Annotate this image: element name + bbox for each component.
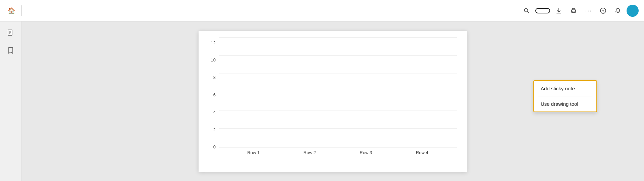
y-tick: 2	[202, 127, 216, 132]
main-layout: 121086420 Row 1Row 2Row 3Row 4 Add stick…	[0, 21, 644, 181]
sidebar	[0, 21, 21, 181]
avatar[interactable]	[627, 5, 639, 17]
help-button[interactable]: ?	[597, 5, 609, 17]
share-button[interactable]	[535, 8, 550, 13]
y-tick: 12	[202, 40, 216, 45]
context-menu: Add sticky noteUse drawing tool	[533, 80, 597, 112]
svg-point-6	[575, 10, 576, 11]
more-button[interactable]: ···	[582, 5, 594, 17]
use-drawing-menu-item[interactable]: Use drawing tool	[534, 96, 596, 111]
header-divider	[21, 5, 22, 16]
x-label: Row 3	[349, 150, 383, 155]
content-area: 121086420 Row 1Row 2Row 3Row 4 Add stick…	[21, 21, 644, 181]
bars-container	[219, 38, 457, 147]
header-actions: ··· ?	[521, 5, 639, 17]
y-tick: 8	[202, 75, 216, 80]
pages-panel-button[interactable]	[5, 27, 17, 39]
x-label: Row 2	[293, 150, 326, 155]
print-button[interactable]	[568, 5, 580, 17]
y-tick: 10	[202, 57, 216, 62]
y-tick: 4	[202, 109, 216, 115]
notifications-button[interactable]	[612, 5, 624, 17]
download-button[interactable]	[553, 5, 565, 17]
chart-area: 121086420	[219, 38, 457, 147]
bookmarks-panel-button[interactable]	[5, 44, 17, 56]
y-tick: 0	[202, 144, 216, 149]
svg-rect-5	[572, 11, 575, 12]
svg-rect-10	[8, 30, 12, 35]
y-tick: 6	[202, 92, 216, 97]
x-axis: Row 1Row 2Row 3Row 4	[219, 150, 457, 155]
header: 🏠 ··· ?	[0, 0, 644, 21]
svg-text:?: ?	[602, 9, 604, 13]
y-axis: 121086420	[202, 38, 216, 147]
x-label: Row 4	[405, 150, 439, 155]
home-button[interactable]: 🏠	[5, 5, 17, 17]
chart-page: 121086420 Row 1Row 2Row 3Row 4	[199, 31, 467, 172]
search-button[interactable]	[521, 5, 533, 17]
x-label: Row 1	[237, 150, 270, 155]
svg-line-1	[528, 11, 529, 13]
add-sticky-menu-item[interactable]: Add sticky note	[534, 81, 596, 96]
